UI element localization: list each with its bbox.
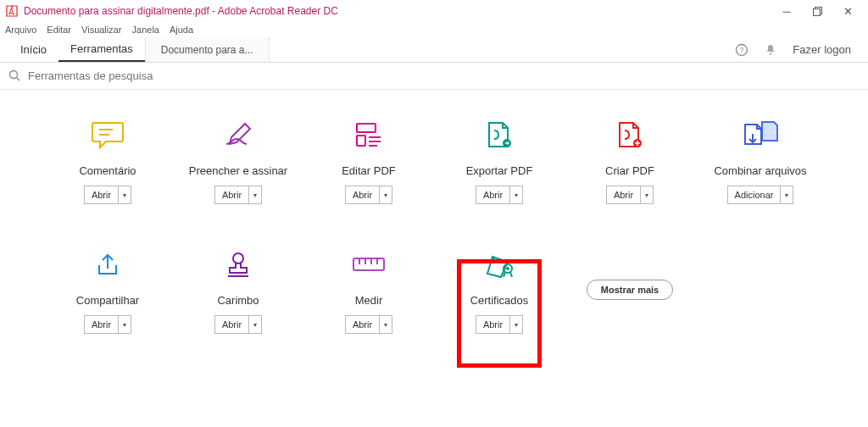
chevron-down-icon[interactable]: ▾ xyxy=(641,186,653,203)
svg-point-24 xyxy=(506,267,509,270)
chevron-down-icon[interactable]: ▾ xyxy=(249,186,261,203)
combine-icon xyxy=(740,115,781,156)
tool-certificates[interactable]: Certificados Abrir▾ xyxy=(434,245,565,334)
menu-item-edit[interactable]: Editar xyxy=(47,25,71,35)
chevron-down-icon[interactable]: ▾ xyxy=(781,186,793,203)
close-button[interactable]: ✕ xyxy=(832,0,863,22)
menu-item-window[interactable]: Janela xyxy=(132,25,159,35)
tool-measure[interactable]: Medir Abrir▾ xyxy=(303,245,434,334)
chevron-down-icon[interactable]: ▾ xyxy=(249,316,261,333)
tool-label: Criar PDF xyxy=(605,164,654,177)
tool-open-button[interactable]: Abrir xyxy=(85,186,119,203)
login-link[interactable]: Fazer logon xyxy=(793,43,851,56)
svg-rect-10 xyxy=(357,136,365,146)
tool-open-button[interactable]: Abrir xyxy=(346,186,380,203)
tool-label: Editar PDF xyxy=(342,164,396,177)
tool-comment[interactable]: Comentário Abrir▾ xyxy=(42,115,173,204)
tools-grid: Comentário Abrir▾ Preencher e assinar Ab… xyxy=(0,90,868,342)
tab-bar: Início Ferramentas Documento para a... ?… xyxy=(0,37,868,63)
svg-point-16 xyxy=(233,253,243,263)
search-icon xyxy=(8,69,21,82)
chevron-down-icon[interactable]: ▾ xyxy=(380,316,392,333)
tool-edit-pdf[interactable]: Editar PDF Abrir▾ xyxy=(303,115,434,204)
window-title: Documento para assinar digitalmente.pdf … xyxy=(24,5,771,17)
tool-open-button[interactable]: Abrir xyxy=(215,316,249,333)
tool-label: Compartilhar xyxy=(76,294,139,307)
svg-rect-1 xyxy=(813,8,820,15)
tool-create-pdf[interactable]: Criar PDF Abrir▾ xyxy=(565,115,695,204)
window-controls: ─ ✕ xyxy=(771,0,863,22)
svg-text:?: ? xyxy=(740,46,744,54)
tool-stamp[interactable]: Carimbo Abrir▾ xyxy=(173,245,303,334)
tool-label: Exportar PDF xyxy=(466,164,533,177)
tab-tools[interactable]: Ferramentas xyxy=(58,37,145,62)
tool-add-button[interactable]: Adicionar xyxy=(728,186,782,203)
create-pdf-icon xyxy=(609,115,650,156)
tool-open-button[interactable]: Abrir xyxy=(607,186,641,203)
svg-point-5 xyxy=(10,71,18,79)
show-more-button[interactable]: Mostrar mais xyxy=(587,280,673,300)
tool-label: Certificados xyxy=(470,294,529,307)
ruler-icon xyxy=(348,245,389,286)
tool-label: Comentário xyxy=(79,164,136,177)
tool-label: Carimbo xyxy=(217,294,259,307)
pen-icon xyxy=(218,115,259,156)
tool-open-button[interactable]: Abrir xyxy=(476,316,510,333)
restore-button[interactable] xyxy=(802,0,832,22)
certificate-icon xyxy=(479,245,520,286)
tool-label: Combinar arquivos xyxy=(714,164,806,177)
search-bar xyxy=(0,63,868,90)
window-titlebar: Documento para assinar digitalmente.pdf … xyxy=(0,0,868,22)
chevron-down-icon[interactable]: ▾ xyxy=(380,186,392,203)
menu-item-file[interactable]: Arquivo xyxy=(5,25,36,35)
search-input[interactable] xyxy=(28,69,860,82)
notifications-icon[interactable] xyxy=(764,43,777,57)
menu-bar: Arquivo Editar Visualizar Janela Ajuda xyxy=(0,22,868,37)
minimize-button[interactable]: ─ xyxy=(771,0,802,22)
menu-item-help[interactable]: Ajuda xyxy=(170,25,193,35)
tab-home[interactable]: Início xyxy=(8,37,58,62)
show-more-cell: Mostrar mais xyxy=(565,245,695,334)
tool-export-pdf[interactable]: Exportar PDF Abrir▾ xyxy=(434,115,565,204)
svg-rect-9 xyxy=(357,124,376,132)
export-pdf-icon xyxy=(479,115,520,156)
chevron-down-icon[interactable]: ▾ xyxy=(119,316,131,333)
share-icon xyxy=(87,245,128,286)
tool-open-button[interactable]: Abrir xyxy=(85,316,119,333)
svg-point-4 xyxy=(770,53,771,54)
menu-item-view[interactable]: Visualizar xyxy=(81,25,122,35)
acrobat-icon xyxy=(5,4,19,18)
stamp-icon xyxy=(218,245,259,286)
tool-open-button[interactable]: Abrir xyxy=(476,186,510,203)
svg-rect-18 xyxy=(353,258,384,270)
tool-label: Preencher e assinar xyxy=(189,164,287,177)
help-icon[interactable]: ? xyxy=(735,43,748,57)
tool-combine-files[interactable]: Combinar arquivos Adicionar▾ xyxy=(695,115,826,204)
tool-share[interactable]: Compartilhar Abrir▾ xyxy=(42,245,173,334)
edit-pdf-icon xyxy=(348,115,389,156)
comment-icon xyxy=(87,115,128,156)
svg-line-6 xyxy=(17,78,20,81)
chevron-down-icon[interactable]: ▾ xyxy=(119,186,131,203)
tool-open-button[interactable]: Abrir xyxy=(215,186,249,203)
chevron-down-icon[interactable]: ▾ xyxy=(510,316,522,333)
tool-open-button[interactable]: Abrir xyxy=(346,316,380,333)
tool-fill-sign[interactable]: Preencher e assinar Abrir▾ xyxy=(173,115,303,204)
chevron-down-icon[interactable]: ▾ xyxy=(510,186,522,203)
tool-label: Medir xyxy=(355,294,383,307)
tab-document[interactable]: Documento para a... xyxy=(145,37,270,62)
